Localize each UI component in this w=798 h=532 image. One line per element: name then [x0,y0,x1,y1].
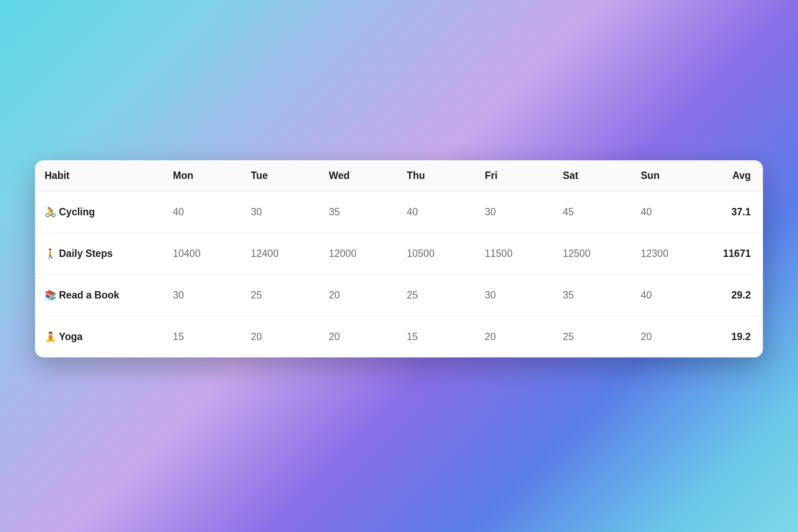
habit-label: Daily Steps [59,248,113,259]
habit-label: Read a Book [59,289,119,301]
value-cell: 25 [399,275,477,316]
table-row[interactable]: 🚶Daily Steps 10400 12400 12000 10500 115… [35,233,763,275]
value-cell: 10500 [399,233,477,275]
value-cell: 35 [555,275,633,316]
header-sun[interactable]: Sun [633,160,711,191]
value-cell: 11500 [477,233,555,275]
value-cell: 45 [555,191,633,233]
yoga-icon: 🧘 [45,331,56,342]
value-cell: 30 [477,191,555,233]
habit-label: Yoga [59,331,83,342]
value-cell: 20 [321,316,399,358]
value-cell: 12500 [555,233,633,275]
avg-cell: 11671 [711,233,763,275]
value-cell: 20 [633,316,711,358]
value-cell: 40 [633,191,711,233]
avg-cell: 37.1 [711,191,763,233]
habit-label: Cycling [59,206,95,217]
header-thu[interactable]: Thu [399,160,477,191]
habits-table-card: Habit Mon Tue Wed Thu Fri Sat Sun Avg 🚴C… [35,160,763,357]
table-header-row: Habit Mon Tue Wed Thu Fri Sat Sun Avg [35,160,763,191]
header-habit[interactable]: Habit [35,160,165,191]
table-row[interactable]: 🚴Cycling 40 30 35 40 30 45 40 37.1 [35,191,763,233]
cycling-icon: 🚴 [45,207,56,217]
habit-name-cell: 🚴Cycling [35,191,165,233]
habit-name-cell: 📚Read a Book [35,275,165,316]
value-cell: 25 [243,275,321,316]
avg-cell: 19.2 [711,316,763,358]
value-cell: 10400 [165,233,243,275]
walking-icon: 🚶 [45,248,56,259]
header-fri[interactable]: Fri [477,160,555,191]
value-cell: 12300 [633,233,711,275]
header-tue[interactable]: Tue [243,160,321,191]
books-icon: 📚 [45,290,56,301]
value-cell: 15 [399,316,477,358]
header-avg[interactable]: Avg [711,160,763,191]
value-cell: 25 [555,316,633,358]
value-cell: 20 [243,316,321,358]
value-cell: 30 [477,275,555,316]
table-row[interactable]: 🧘Yoga 15 20 20 15 20 25 20 19.2 [35,316,763,358]
value-cell: 15 [165,316,243,358]
habit-name-cell: 🚶Daily Steps [35,233,165,275]
header-mon[interactable]: Mon [165,160,243,191]
value-cell: 12400 [243,233,321,275]
avg-cell: 29.2 [711,275,763,316]
value-cell: 12000 [321,233,399,275]
value-cell: 20 [321,275,399,316]
value-cell: 30 [243,191,321,233]
habit-name-cell: 🧘Yoga [35,316,165,358]
value-cell: 35 [321,191,399,233]
table-row[interactable]: 📚Read a Book 30 25 20 25 30 35 40 29.2 [35,275,763,316]
value-cell: 20 [477,316,555,358]
value-cell: 30 [165,275,243,316]
header-wed[interactable]: Wed [321,160,399,191]
habits-table: Habit Mon Tue Wed Thu Fri Sat Sun Avg 🚴C… [35,160,763,357]
value-cell: 40 [165,191,243,233]
header-sat[interactable]: Sat [555,160,633,191]
value-cell: 40 [399,191,477,233]
value-cell: 40 [633,275,711,316]
